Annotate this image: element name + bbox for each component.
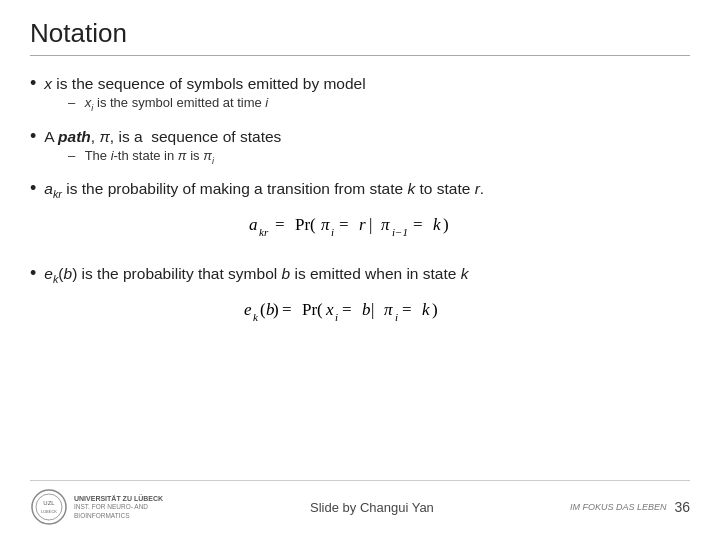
svg-text:): ) <box>273 300 279 319</box>
footer-logo: UZL LÜBECK UNIVERSITÄT ZU LÜBECK INST. F… <box>30 488 174 526</box>
svg-point-32 <box>36 494 62 520</box>
bullet-text-1: x is the sequence of symbols emitted by … <box>44 75 365 93</box>
formula-2-container: e k ( b ) = Pr( x i = b | <box>68 289 690 331</box>
bullet-dot-2: • <box>30 127 36 145</box>
footer-right: IM FOKUS DAS LEBEN 36 <box>570 499 690 515</box>
svg-text:UZL: UZL <box>43 500 55 506</box>
svg-text:|: | <box>371 300 374 319</box>
bullet-sub-text-1a: xi is the symbol emitted at time i <box>85 95 268 110</box>
svg-point-31 <box>32 490 66 524</box>
formula-2-svg: e k ( b ) = Pr( x i = b | <box>234 289 524 331</box>
svg-text:=: = <box>402 300 412 319</box>
bullet-section-2: • A path, π, is a sequence of states – T… <box>30 127 690 170</box>
formula-1-svg: a kr = Pr( π i = r | π i−1 <box>239 204 519 246</box>
svg-text:e: e <box>244 300 252 319</box>
svg-text:x: x <box>325 300 334 319</box>
bullet-text-2: A path, π, is a sequence of states <box>44 128 281 146</box>
bullet-main-4: • ek(b) is the probability that symbol b… <box>30 264 690 285</box>
svg-text:π: π <box>384 300 393 319</box>
svg-text:=: = <box>339 215 349 234</box>
page-title: Notation <box>30 18 690 56</box>
svg-text:|: | <box>369 215 372 234</box>
svg-text:=: = <box>413 215 423 234</box>
bullet-dot-3: • <box>30 179 36 197</box>
svg-text:Pr(: Pr( <box>295 215 316 234</box>
svg-text:i−1: i−1 <box>392 226 408 238</box>
bullet-main-1: • x is the sequence of symbols emitted b… <box>30 74 690 93</box>
university-logo-icon: UZL LÜBECK <box>30 488 68 526</box>
bullet-main-2: • A path, π, is a sequence of states <box>30 127 690 146</box>
page: Notation • x is the sequence of symbols … <box>0 0 720 540</box>
footer-page-number: 36 <box>674 499 690 515</box>
svg-text:b: b <box>362 300 371 319</box>
bullet-section-1: • x is the sequence of symbols emitted b… <box>30 74 690 117</box>
svg-text:i: i <box>335 311 338 323</box>
footer: UZL LÜBECK UNIVERSITÄT ZU LÜBECK INST. F… <box>30 480 690 526</box>
formula-1-container: a kr = Pr( π i = r | π i−1 <box>68 204 690 246</box>
university-name: UNIVERSITÄT ZU LÜBECK INST. FOR NEURO- A… <box>74 494 174 520</box>
svg-text:LÜBECK: LÜBECK <box>41 509 57 514</box>
svg-text:): ) <box>432 300 438 319</box>
bullet-sub-text-2a: The i-th state in π is πi <box>85 148 214 163</box>
bullet-dot-1: • <box>30 74 36 92</box>
bullet-main-3: • akr is the probability of making a tra… <box>30 179 690 200</box>
bullet-dot-4: • <box>30 264 36 282</box>
svg-text:r: r <box>359 215 366 234</box>
svg-text:π: π <box>381 215 390 234</box>
footer-slide-credit: Slide by Changui Yan <box>174 500 570 515</box>
svg-text:k: k <box>433 215 441 234</box>
svg-text:a: a <box>249 215 258 234</box>
svg-text:=: = <box>342 300 352 319</box>
bullet-text-3: akr is the probability of making a trans… <box>44 180 484 200</box>
svg-text:π: π <box>321 215 330 234</box>
svg-text:=: = <box>275 215 285 234</box>
bullet-text-4: ek(b) is the probability that symbol b i… <box>44 265 468 285</box>
svg-text:i: i <box>331 226 334 238</box>
svg-text:k: k <box>422 300 430 319</box>
footer-tagline: IM FOKUS DAS LEBEN <box>570 501 667 514</box>
bullet-sub-1a: – xi is the symbol emitted at time i <box>68 95 690 113</box>
bullet-section-4: • ek(b) is the probability that symbol b… <box>30 264 690 339</box>
svg-text:): ) <box>443 215 449 234</box>
svg-text:i: i <box>395 311 398 323</box>
svg-text:Pr(: Pr( <box>302 300 323 319</box>
svg-text:=: = <box>282 300 292 319</box>
svg-text:kr: kr <box>259 226 269 238</box>
content-area: • x is the sequence of symbols emitted b… <box>30 64 690 480</box>
bullet-section-3: • akr is the probability of making a tra… <box>30 179 690 254</box>
svg-text:k: k <box>253 311 259 323</box>
bullet-sub-2a: – The i-th state in π is πi <box>68 148 690 166</box>
